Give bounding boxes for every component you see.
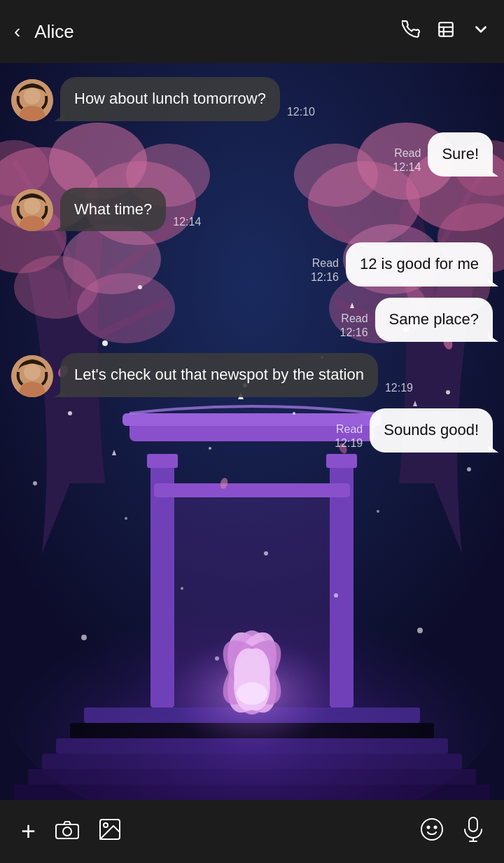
message-row: Read 12:14 Sure! [11,132,493,177]
message-meta: Read 12:19 [335,423,363,450]
toolbar-right [420,817,483,847]
chat-area: How about lunch tomorrow? 12:10 Read 12:… [0,63,504,800]
avatar [11,189,53,231]
svg-point-78 [25,199,39,213]
message-meta: Read 12:16 [340,312,368,339]
message-row: Read 12:19 Sounds good! [11,408,493,453]
message-meta: Read 12:14 [393,147,421,174]
message-row: How about lunch tomorrow? 12:10 [11,77,493,121]
message-row: Let's check out that newspot by the stat… [11,353,493,397]
menu-icon[interactable] [437,20,455,43]
message-bubble: Sounds good! [370,408,493,453]
header-icons [402,20,490,43]
message-meta: 12:10 [287,106,315,118]
mic-button[interactable] [463,817,483,847]
messages-container: How about lunch tomorrow? 12:10 Read 12:… [0,63,504,800]
message-meta: Read 12:16 [311,257,339,284]
svg-point-88 [428,826,430,828]
svg-point-82 [25,365,39,379]
svg-point-74 [25,89,39,103]
svg-point-86 [104,823,108,827]
message-bubble: How about lunch tomorrow? [60,77,280,121]
message-bubble: What time? [60,188,166,232]
message-row: What time? 12:14 [11,188,493,232]
message-bubble: Let's check out that newspot by the stat… [60,353,378,397]
message-row: Read 12:16 Same place? [11,298,493,342]
message-meta: 12:14 [173,216,201,228]
svg-rect-0 [439,22,453,36]
message-meta: 12:19 [385,382,413,394]
avatar [11,79,53,121]
plus-button[interactable]: + [21,817,36,846]
svg-rect-90 [469,817,477,831]
chat-toolbar: + [0,800,504,863]
chat-header: ‹ Alice [0,0,504,63]
call-icon[interactable] [402,20,420,43]
back-button[interactable]: ‹ [14,20,20,43]
toolbar-left: + [21,817,121,846]
contact-name: Alice [34,21,391,43]
collapse-icon[interactable] [472,20,490,43]
camera-button[interactable] [55,820,79,844]
image-button[interactable] [99,818,121,845]
message-bubble: 12 is good for me [346,242,493,286]
svg-point-89 [435,826,437,828]
emoji-button[interactable] [420,817,444,846]
message-row: Read 12:16 12 is good for me [11,242,493,286]
message-bubble: Sure! [428,132,493,177]
svg-point-87 [421,819,442,840]
message-bubble: Same place? [375,298,493,342]
avatar [11,355,53,397]
svg-point-84 [63,827,71,836]
